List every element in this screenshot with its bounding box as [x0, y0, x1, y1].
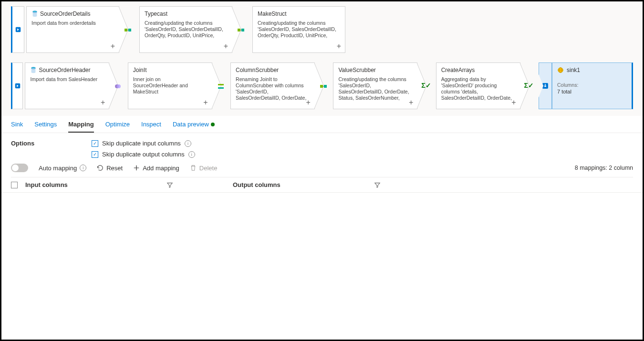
flow-connector	[121, 6, 137, 53]
source-handle[interactable]	[11, 62, 23, 109]
info-icon[interactable]: i	[188, 151, 195, 158]
node-title: CreateArrays	[441, 67, 475, 73]
filter-icon[interactable]	[374, 182, 381, 188]
derived-icon	[124, 26, 132, 34]
node-add-button[interactable]: +	[203, 98, 208, 107]
source-icon	[14, 83, 21, 89]
checkbox-select-all[interactable]	[11, 182, 18, 188]
options-heading: Options	[11, 140, 34, 147]
derived-icon	[237, 26, 245, 34]
node-desc: Import data from orderdetails	[31, 20, 114, 26]
label-skip-output: Skip duplicate output columns	[102, 151, 185, 158]
sink-column-count: 7 total	[557, 89, 627, 94]
header-input-columns: Input columns	[25, 181, 68, 188]
flow-node-sourceorderdetails[interactable]: SourceOrderDetailsImport data from order…	[26, 6, 119, 53]
flow-connector: Σ✓	[419, 62, 434, 109]
refresh-icon	[97, 165, 104, 171]
flow-node-createarrays[interactable]: CreateArraysAggregating data by 'SalesOr…	[436, 62, 520, 109]
node-add-button[interactable]: +	[111, 42, 115, 51]
node-add-button[interactable]: +	[306, 98, 311, 107]
node-desc: Creating/updating the columns 'SalesOrde…	[145, 20, 227, 39]
flow-node-joinit[interactable]: JoinItInner join on SourceOrderHeader an…	[128, 62, 212, 109]
flow-connector	[111, 62, 125, 109]
node-title: Typecast	[145, 10, 167, 17]
reset-button[interactable]: Reset	[97, 165, 123, 172]
node-add-button[interactable]: +	[101, 98, 105, 107]
node-desc: Aggregating data by 'SalesOrderID' produ…	[441, 76, 515, 102]
checkbox-skip-output[interactable]: ✓	[92, 151, 98, 158]
flow-connector	[214, 62, 229, 109]
delete-button[interactable]: Delete	[190, 165, 218, 172]
sigma-icon: Σ✓	[524, 82, 534, 89]
header-output-columns: Output columns	[233, 181, 280, 188]
checkbox-skip-input[interactable]: ✓	[92, 140, 98, 147]
select-icon	[217, 83, 225, 90]
database-icon	[31, 10, 38, 17]
join-icon	[114, 83, 122, 90]
flow-node-makestruct[interactable]: MakeStructCreating/updating the columns …	[252, 6, 345, 53]
sink-sublabel: Columns:	[557, 82, 627, 88]
trash-icon	[190, 165, 197, 171]
source-handle[interactable]	[11, 6, 24, 53]
node-desc: Creating/updating the columns 'SalesOrde…	[258, 20, 340, 39]
source-icon	[15, 26, 21, 33]
flow-node-sourceorderheader[interactable]: SourceOrderHeaderImport data from SalesH…	[25, 62, 109, 109]
tab-inspect[interactable]: Inspect	[141, 121, 161, 133]
sigma-icon: Σ✓	[421, 82, 431, 89]
label-automapping: Auto mappingi	[39, 165, 86, 172]
node-desc: Creating/updating the columns 'SalesOrde…	[338, 76, 412, 102]
node-title: JoinIt	[133, 67, 147, 73]
flow-lane-2: SourceOrderHeaderImport data from SalesH…	[11, 62, 633, 109]
dataflow-canvas[interactable]: SourceOrderDetailsImport data from order…	[1, 1, 643, 116]
flow-connector	[234, 6, 250, 53]
globe-icon	[557, 67, 564, 73]
tab-mapping[interactable]: Mapping	[68, 121, 93, 133]
tab-sink[interactable]: Sink	[11, 121, 23, 133]
toggle-automapping[interactable]	[11, 164, 28, 172]
node-title: ValueScrubber	[338, 67, 376, 73]
database-icon	[30, 67, 37, 73]
node-add-button[interactable]: +	[224, 42, 228, 51]
tab-optimize[interactable]: Optimize	[105, 121, 130, 133]
filter-icon[interactable]	[166, 182, 173, 188]
derived-icon	[320, 83, 327, 90]
node-desc: Import data from SalesHeader	[30, 76, 104, 83]
flow-node-valuescrubber[interactable]: ValueScrubberCreating/updating the colum…	[333, 62, 417, 109]
flow-node-sink1[interactable]: sink1Columns:7 total	[552, 62, 633, 109]
detail-tabbar: SinkSettingsMappingOptimizeInspectData p…	[1, 116, 643, 133]
status-dot-icon	[211, 123, 215, 126]
node-title: SourceOrderDetails	[40, 10, 90, 17]
mapping-toolbar: Auto mappingi Reset Add mapping Delete 8…	[11, 164, 633, 177]
plus-icon	[133, 165, 140, 171]
node-title: MakeStruct	[258, 10, 287, 17]
node-desc: Inner join on SourceOrderHeader and Make…	[133, 76, 207, 95]
node-title: SourceOrderHeader	[39, 67, 90, 73]
node-title: ColumnScrubber	[236, 67, 279, 73]
sink-title: sink1	[567, 67, 580, 73]
info-icon[interactable]: i	[185, 140, 191, 147]
node-desc: Renaming JoinIt to ColumnScrubber with c…	[236, 76, 310, 102]
flow-lane-1: SourceOrderDetailsImport data from order…	[11, 6, 633, 53]
tab-data-preview[interactable]: Data preview	[173, 121, 215, 133]
add-mapping-button[interactable]: Add mapping	[133, 165, 179, 172]
flow-connector: Σ✓	[522, 62, 537, 109]
node-add-button[interactable]: +	[337, 42, 341, 51]
flow-node-typecast[interactable]: TypecastCreating/updating the columns 'S…	[139, 6, 232, 53]
node-add-button[interactable]: +	[511, 98, 516, 107]
flow-node-columnscrubber[interactable]: ColumnScrubberRenaming JoinIt to ColumnS…	[230, 62, 315, 109]
tab-settings[interactable]: Settings	[34, 121, 57, 133]
mapping-header-row: Input columns Output columns	[1, 177, 643, 193]
info-icon[interactable]: i	[80, 165, 86, 171]
flow-connector	[317, 62, 331, 109]
node-add-button[interactable]: +	[409, 98, 413, 107]
label-skip-input: Skip duplicate input columns	[102, 140, 181, 147]
mapping-count-label: 8 mappings: 2 column	[575, 165, 633, 171]
